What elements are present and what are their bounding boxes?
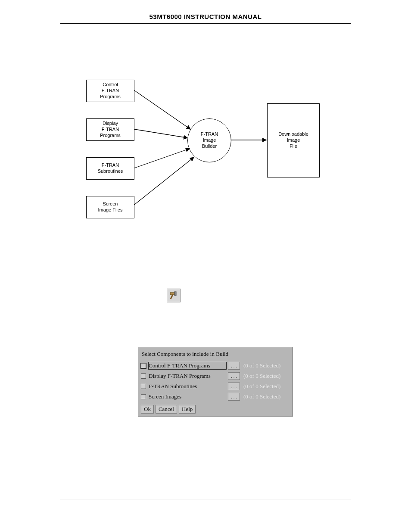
selected-text-control: (0 of 0 Selected) [243,362,290,369]
checkbox-screen-images[interactable] [141,394,146,399]
ok-button[interactable]: Ok [141,405,154,414]
svg-rect-6 [174,292,176,296]
browse-button-subroutines[interactable]: . . . [228,383,240,390]
footer-rule [60,500,351,500]
cancel-button[interactable]: Cancel [156,405,177,414]
header-rule [60,23,351,24]
label-control-ftran: Control F-TRAN Programs [149,362,226,369]
figure-circle-builder: F-TRAN Image Builder [187,118,231,162]
figure-box-screen-label: Screen Image Files [98,201,123,213]
figure-box-subroutines: F-TRAN Subroutines [86,157,134,180]
figure-box-output-label: Downloadable Image File [278,131,308,149]
help-button[interactable]: Help [179,405,196,414]
label-screen-images: Screen Images [149,393,226,400]
selected-text-screen: (0 of 0 Selected) [243,393,290,400]
figure-circle-builder-label: F-TRAN Image Builder [201,131,218,149]
svg-line-7 [171,295,173,299]
checkbox-display-ftran[interactable] [141,373,146,379]
browse-button-display[interactable]: . . . [228,372,240,380]
flow-figure: Control F-TRAN Programs Display F-TRAN P… [60,80,351,243]
svg-line-0 [134,90,190,129]
figure-box-screen: Screen Image Files [86,196,134,218]
figure-box-output: Downloadable Image File [267,103,320,177]
page-title: 53MT6000 INSTRUCTION MANUAL [60,13,351,20]
label-subroutines: F-TRAN Subroutines [149,383,226,390]
figure-box-control: Control F-TRAN Programs [86,80,134,102]
figure-box-display-label: Display F-TRAN Programs [100,121,121,138]
figure-box-subroutines-label: F-TRAN Subroutines [98,162,123,174]
hammer-icon [168,290,179,301]
selected-text-display: (0 of 0 Selected) [243,373,290,380]
checkbox-subroutines[interactable] [141,384,146,389]
row-control-ftran[interactable]: Control F-TRAN Programs . . . (0 of 0 Se… [141,362,290,370]
checkbox-control-ftran[interactable] [141,363,146,368]
build-components-dialog: Select Components to include in Build Co… [138,347,293,417]
svg-line-3 [134,157,194,205]
row-subroutines[interactable]: F-TRAN Subroutines . . . (0 of 0 Selecte… [141,383,290,390]
dialog-buttons: Ok Cancel Help [141,405,290,414]
figure-box-display: Display F-TRAN Programs [86,118,134,141]
browse-button-screen[interactable]: . . . [228,393,240,401]
svg-line-2 [134,149,190,168]
figure-box-control-label: Control F-TRAN Programs [100,82,121,100]
svg-line-1 [134,129,187,138]
browse-button-control[interactable]: . . . [228,362,240,370]
build-icon-button[interactable] [167,289,181,302]
dialog-prompt: Select Components to include in Build [141,350,290,362]
row-screen-images[interactable]: Screen Images . . . (0 of 0 Selected) [141,393,290,401]
label-display-ftran: Display F-TRAN Programs [149,373,226,380]
selected-text-subroutines: (0 of 0 Selected) [243,383,290,390]
row-display-ftran[interactable]: Display F-TRAN Programs . . . (0 of 0 Se… [141,372,290,380]
